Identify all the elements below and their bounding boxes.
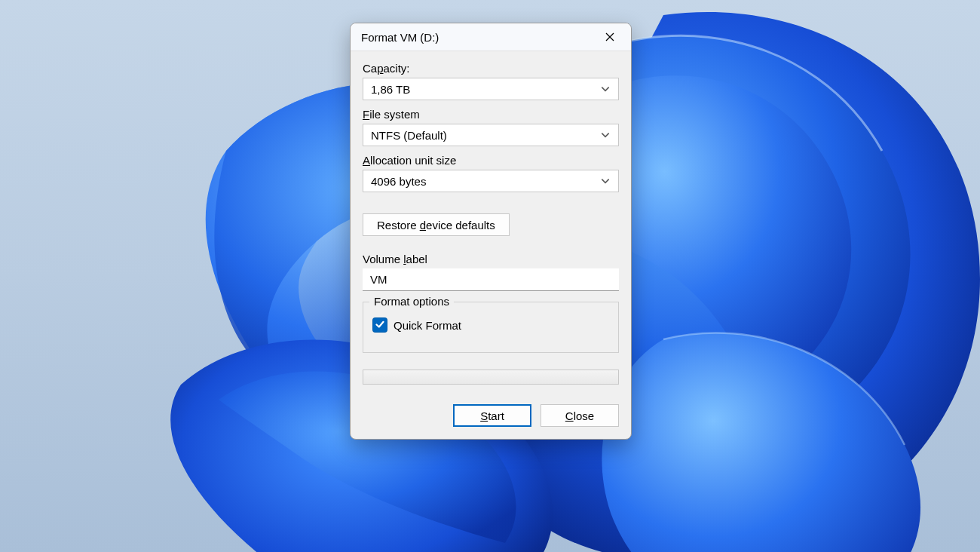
format-progress-bar	[363, 370, 619, 385]
chevron-down-icon	[600, 84, 611, 94]
start-button[interactable]: Start	[453, 404, 531, 427]
filesystem-combobox[interactable]: NTFS (Default)	[363, 124, 619, 146]
quick-format-checkbox[interactable]	[372, 317, 387, 333]
close-button[interactable]	[595, 26, 625, 48]
allocation-combobox[interactable]: 4096 bytes	[363, 170, 619, 192]
format-options-group: Format options Quick Format	[363, 302, 619, 353]
allocation-label: Allocation unit size	[363, 154, 619, 167]
volume-label-input[interactable]	[370, 273, 611, 286]
close-icon	[605, 31, 614, 44]
capacity-value: 1,86 TB	[371, 83, 600, 96]
format-dialog: Format VM (D:) Capacity: 1,86 TB File sy…	[350, 23, 632, 440]
filesystem-value: NTFS (Default)	[371, 129, 600, 142]
window-title: Format VM (D:)	[361, 31, 595, 44]
quick-format-label[interactable]: Quick Format	[394, 319, 461, 332]
close-dialog-button[interactable]: Close	[541, 404, 619, 427]
capacity-combobox[interactable]: 1,86 TB	[363, 78, 619, 100]
titlebar[interactable]: Format VM (D:)	[351, 23, 631, 51]
capacity-label: Capacity:	[363, 62, 619, 75]
chevron-down-icon	[600, 130, 611, 140]
restore-defaults-button[interactable]: Restore device defaults	[363, 213, 510, 236]
format-options-legend: Format options	[369, 295, 454, 308]
chevron-down-icon	[600, 176, 611, 186]
check-icon	[375, 319, 385, 332]
volume-label-textbox[interactable]	[363, 268, 619, 291]
filesystem-label: File system	[363, 108, 619, 121]
allocation-value: 4096 bytes	[371, 175, 600, 188]
dialog-body: Capacity: 1,86 TB File system NTFS (Defa…	[351, 51, 631, 439]
volume-label: Volume label	[363, 253, 619, 265]
dialog-footer: Start Close	[363, 404, 619, 427]
